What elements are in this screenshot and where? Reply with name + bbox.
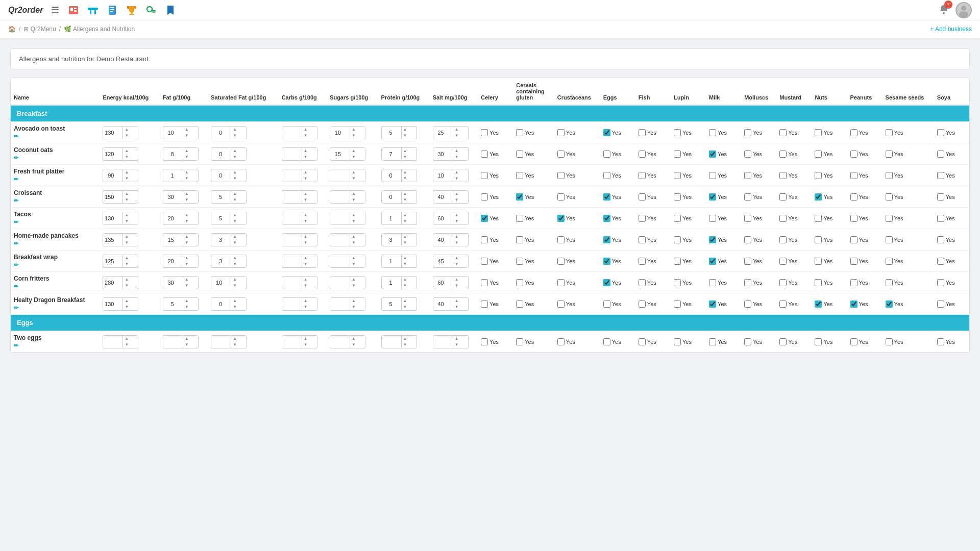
spin-down[interactable]: ▼ <box>350 342 357 348</box>
spin-up[interactable]: ▲ <box>350 148 357 154</box>
spin-up[interactable]: ▲ <box>123 191 130 197</box>
spin-down[interactable]: ▼ <box>302 261 309 267</box>
spin-down[interactable]: ▼ <box>350 261 357 267</box>
spin-up[interactable]: ▲ <box>453 277 460 283</box>
spin-down[interactable]: ▼ <box>302 240 309 246</box>
spin-down[interactable]: ▼ <box>453 133 460 139</box>
spin-down[interactable]: ▼ <box>350 240 357 246</box>
spin-down[interactable]: ▼ <box>302 133 309 139</box>
spin-up[interactable]: ▲ <box>123 336 130 342</box>
nav-icon-tables[interactable] <box>87 4 99 16</box>
edit-icon[interactable]: ✏ <box>14 240 18 247</box>
spin-up[interactable]: ▲ <box>453 169 460 176</box>
spin-down[interactable]: ▼ <box>302 283 309 289</box>
spin-down[interactable]: ▼ <box>402 197 409 203</box>
spin-up[interactable]: ▲ <box>123 148 130 154</box>
spin-down[interactable]: ▼ <box>183 154 190 160</box>
edit-icon[interactable]: ✏ <box>14 262 18 268</box>
spin-down[interactable]: ▼ <box>302 197 309 203</box>
spin-down[interactable]: ▼ <box>402 304 409 310</box>
spin-up[interactable]: ▲ <box>453 127 460 133</box>
spin-up[interactable]: ▲ <box>183 169 190 176</box>
spin-up[interactable]: ▲ <box>402 148 409 154</box>
spin-down[interactable]: ▼ <box>350 218 357 224</box>
spin-up[interactable]: ▲ <box>302 298 309 304</box>
spin-down[interactable]: ▼ <box>453 240 460 246</box>
spin-up[interactable]: ▲ <box>231 127 238 133</box>
spin-up[interactable]: ▲ <box>183 127 190 133</box>
spin-down[interactable]: ▼ <box>123 154 130 160</box>
spin-down[interactable]: ▼ <box>453 197 460 203</box>
spin-up[interactable]: ▲ <box>302 169 309 176</box>
edit-icon[interactable]: ✏ <box>14 283 18 290</box>
spin-down[interactable]: ▼ <box>231 133 238 139</box>
spin-up[interactable]: ▲ <box>402 336 409 342</box>
spin-down[interactable]: ▼ <box>231 261 238 267</box>
spin-down[interactable]: ▼ <box>350 283 357 289</box>
spin-up[interactable]: ▲ <box>302 191 309 197</box>
spin-down[interactable]: ▼ <box>302 154 309 160</box>
spin-down[interactable]: ▼ <box>402 154 409 160</box>
spin-up[interactable]: ▲ <box>302 127 309 133</box>
spin-down[interactable]: ▼ <box>123 304 130 310</box>
spin-down[interactable]: ▼ <box>231 342 238 348</box>
breadcrumb-qr2menu[interactable]: ⊞ Qr2Menu <box>23 26 56 33</box>
spin-up[interactable]: ▲ <box>183 212 190 218</box>
spin-up[interactable]: ▲ <box>302 212 309 218</box>
spin-down[interactable]: ▼ <box>453 218 460 224</box>
spin-up[interactable]: ▲ <box>453 212 460 218</box>
spin-down[interactable]: ▼ <box>183 240 190 246</box>
spin-up[interactable]: ▲ <box>302 277 309 283</box>
spin-down[interactable]: ▼ <box>402 240 409 246</box>
spin-down[interactable]: ▼ <box>453 261 460 267</box>
spin-up[interactable]: ▲ <box>123 298 130 304</box>
spin-up[interactable]: ▲ <box>231 169 238 176</box>
user-avatar[interactable] <box>955 2 972 18</box>
spin-down[interactable]: ▼ <box>183 176 190 182</box>
spin-down[interactable]: ▼ <box>231 304 238 310</box>
nav-icon-bookmarks[interactable] <box>164 4 177 16</box>
spin-down[interactable]: ▼ <box>302 304 309 310</box>
spin-up[interactable]: ▲ <box>231 212 238 218</box>
spin-up[interactable]: ▲ <box>350 191 357 197</box>
add-business-link[interactable]: + Add business <box>930 26 972 33</box>
spin-up[interactable]: ▲ <box>183 191 190 197</box>
spin-down[interactable]: ▼ <box>350 197 357 203</box>
spin-up[interactable]: ▲ <box>123 127 130 133</box>
spin-up[interactable]: ▲ <box>123 169 130 176</box>
spin-up[interactable]: ▲ <box>123 255 130 261</box>
spin-down[interactable]: ▼ <box>453 154 460 160</box>
spin-down[interactable]: ▼ <box>402 342 409 348</box>
spin-down[interactable]: ▼ <box>402 283 409 289</box>
edit-icon[interactable]: ✏ <box>14 197 18 204</box>
spin-up[interactable]: ▲ <box>402 169 409 176</box>
spin-up[interactable]: ▲ <box>350 234 357 240</box>
spin-down[interactable]: ▼ <box>350 133 357 139</box>
spin-down[interactable]: ▼ <box>183 218 190 224</box>
spin-down[interactable]: ▼ <box>183 133 190 139</box>
hamburger-menu[interactable]: ☰ <box>51 5 59 16</box>
spin-up[interactable]: ▲ <box>350 277 357 283</box>
edit-icon[interactable]: ✏ <box>14 219 18 226</box>
spin-down[interactable]: ▼ <box>453 283 460 289</box>
breadcrumb-current[interactable]: 🌿 Allergens and Nutrition <box>64 26 135 33</box>
spin-down[interactable]: ▼ <box>302 176 309 182</box>
spin-up[interactable]: ▲ <box>453 255 460 261</box>
spin-up[interactable]: ▲ <box>231 298 238 304</box>
spin-up[interactable]: ▲ <box>302 234 309 240</box>
spin-up[interactable]: ▲ <box>183 255 190 261</box>
spin-up[interactable]: ▲ <box>231 336 238 342</box>
spin-up[interactable]: ▲ <box>302 255 309 261</box>
spin-up[interactable]: ▲ <box>402 298 409 304</box>
nav-icon-orders[interactable] <box>67 4 80 16</box>
spin-down[interactable]: ▼ <box>123 283 130 289</box>
spin-down[interactable]: ▼ <box>402 218 409 224</box>
spin-up[interactable]: ▲ <box>183 336 190 342</box>
spin-down[interactable]: ▼ <box>302 218 309 224</box>
edit-icon[interactable]: ✏ <box>14 305 18 311</box>
nav-icon-loyalty[interactable] <box>126 4 138 16</box>
spin-up[interactable]: ▲ <box>453 148 460 154</box>
breadcrumb-home[interactable]: 🏠 <box>8 26 16 33</box>
edit-icon[interactable]: ✏ <box>14 155 18 161</box>
spin-down[interactable]: ▼ <box>231 176 238 182</box>
